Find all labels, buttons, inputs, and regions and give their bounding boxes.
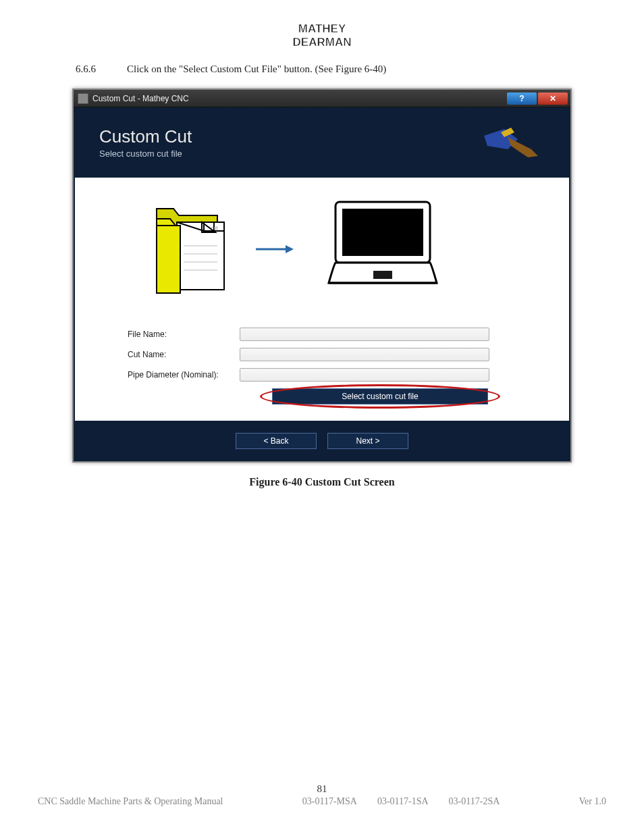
instruction-number: 6.6.6 [76,63,127,75]
help-icon: ? [519,94,524,103]
dialog-heading: Custom Cut [99,126,192,147]
dialog-subheading: Select custom cut file [99,149,192,159]
cut-name-input[interactable] [240,348,489,361]
svg-marker-14 [157,226,180,293]
select-custom-cut-file-button[interactable]: Select custom cut file [272,388,488,405]
figure-caption: Figure 6-40 Custom Cut Screen [38,476,606,488]
select-button-label: Select custom cut file [342,392,418,401]
logo-text-2: DEARMAN [293,36,352,49]
svg-text:cut: cut [211,226,217,230]
pipe-diam-label: Pipe Diameter (Nominal): [91,370,240,380]
svg-rect-18 [342,209,423,256]
back-button-label: < Back [263,436,288,446]
logo-text-1: MATHEY [298,22,346,35]
footer-code-3: 03-0117-2SA [449,796,500,807]
close-button[interactable]: ✕ [538,93,568,105]
window-title: Custom Cut - Mathey CNC [92,94,507,103]
file-name-label: File Name: [91,330,240,339]
window-titlebar[interactable]: Custom Cut - Mathey CNC ? ✕ [74,90,570,107]
instruction-line: 6.6.6 Click on the "Select Custom Cut Fi… [76,63,606,75]
dialog-content: cut [75,178,569,421]
next-button[interactable]: Next > [327,433,408,449]
back-button[interactable]: < Back [236,433,317,449]
pipe-diam-row: Pipe Diameter (Nominal): [91,368,553,382]
footer-manual-title: CNC Saddle Machine Parts & Operating Man… [38,796,223,807]
company-logo: MATHEY DEARMAN [38,19,606,55]
cut-name-row: Cut Name: [91,348,553,361]
svg-marker-2 [508,137,538,157]
next-button-label: Next > [356,436,379,446]
footer-code-1: 03-0117-MSA [302,796,357,807]
svg-rect-19 [373,271,392,279]
page-footer: 81 CNC Saddle Machine Parts & Operating … [38,783,606,807]
footer-code-2: 03-0117-1SA [377,796,429,807]
file-name-input[interactable] [240,328,489,341]
svg-marker-16 [286,245,294,253]
pipe-diam-input[interactable] [240,368,489,382]
folder-document-icon: cut [153,199,234,300]
app-icon [78,93,88,104]
cut-name-label: Cut Name: [91,350,240,359]
close-icon: ✕ [549,94,556,103]
illustration: cut [91,190,553,321]
custom-cut-dialog: Custom Cut - Mathey CNC ? ✕ Custom Cut S… [72,88,572,463]
dialog-header: Custom Cut Select custom cut file [74,107,570,178]
instruction-text: Click on the "Select Custom Cut File" bu… [127,63,386,75]
saddle-machine-icon [471,122,552,163]
laptop-icon [315,195,450,303]
page-number: 81 [38,783,606,795]
svg-rect-5 [177,222,224,290]
footer-version: Ver 1.0 [579,796,606,807]
help-button[interactable]: ? [507,93,537,105]
dialog-nav: < Back Next > [74,421,570,461]
arrow-icon [254,242,295,256]
file-name-row: File Name: [91,328,553,341]
